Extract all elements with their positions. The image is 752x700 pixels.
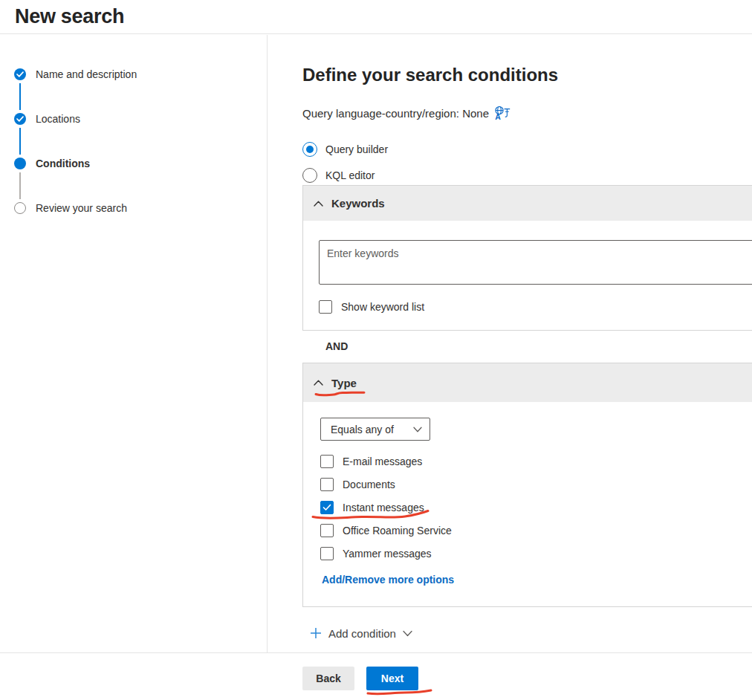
checkbox-label: Instant messages [343,502,424,513]
option-documents[interactable]: Documents [320,478,452,491]
add-condition-button[interactable]: Add condition [310,626,412,641]
query-language-text: Query language-country/region: None [302,107,489,120]
option-office-roaming-service[interactable]: Office Roaming Service [320,524,452,537]
translate-globe-icon[interactable]: A [494,106,510,120]
type-section-title: Type [331,377,357,389]
condition-operator: AND [325,340,348,352]
radio-query-builder[interactable]: Query builder [302,141,388,158]
type-section: Type Equals any of E-mail messages Docum… [302,363,752,607]
step-connector [19,172,21,199]
type-operator-dropdown[interactable]: Equals any of [320,418,430,441]
checkbox-label: Show keyword list [341,301,424,313]
type-section-header[interactable]: Type [303,363,752,402]
chevron-down-icon [413,427,422,432]
checkbox-label: E-mail messages [343,456,422,467]
keywords-section: Keywords Show keyword list [302,185,752,331]
page-header: New search [0,0,752,34]
step-upcoming-circle-icon [14,202,26,214]
radio-unselected-icon [302,168,317,183]
step-review-your-search[interactable]: Review your search [14,201,127,215]
svg-text:A: A [495,112,501,120]
content-area: Name and description Locations Condition… [0,35,752,652]
option-email-messages[interactable]: E-mail messages [320,455,452,468]
keywords-section-header[interactable]: Keywords [303,186,752,221]
step-name-and-description[interactable]: Name and description [14,67,137,82]
step-locations[interactable]: Locations [14,111,80,126]
checkbox-checked-icon [320,501,334,514]
checkbox-unchecked-icon [319,300,332,314]
keywords-section-title: Keywords [331,197,385,210]
checkbox-label: Documents [343,479,395,490]
keywords-input[interactable] [319,240,752,285]
checkbox-label: Office Roaming Service [343,525,452,537]
radio-kql-editor[interactable]: KQL editor [302,167,375,184]
step-current-dot-icon [14,158,26,169]
conditions-panel: Define your search conditions Query lang… [268,35,752,652]
checkbox-unchecked-icon [320,455,334,468]
radio-selected-icon [302,142,317,157]
option-yammer-messages[interactable]: Yammer messages [320,547,452,560]
back-button[interactable]: Back [302,667,354,690]
chevron-up-icon [314,380,323,386]
panel-heading: Define your search conditions [302,65,558,85]
query-language-row: Query language-country/region: None A [302,105,510,121]
next-button[interactable]: Next [366,667,418,690]
show-keyword-list-option[interactable]: Show keyword list [319,300,424,314]
step-label: Name and description [36,68,137,80]
step-conditions[interactable]: Conditions [14,156,90,171]
type-option-list: E-mail messages Documents Instant messag… [320,455,452,560]
add-remove-options-link[interactable]: Add/Remove more options [322,574,454,586]
step-connector [19,128,21,155]
checkbox-unchecked-icon [320,547,334,560]
wizard-stepper: Name and description Locations Condition… [0,35,268,652]
step-label: Conditions [36,158,90,169]
add-condition-label: Add condition [328,627,396,640]
checkbox-unchecked-icon [320,478,334,491]
checkbox-unchecked-icon [320,524,334,537]
checkbox-label: Yammer messages [343,548,432,560]
chevron-down-icon [403,630,412,637]
plus-icon [310,627,322,639]
dropdown-value: Equals any of [331,424,394,435]
step-label: Review your search [36,202,127,214]
step-completed-check-icon [14,113,26,125]
wizard-footer: Back Next [0,652,752,700]
radio-label: KQL editor [325,169,375,181]
step-connector [19,83,21,110]
radio-label: Query builder [325,143,388,155]
step-label: Locations [36,113,80,125]
step-completed-check-icon [14,68,26,80]
page-title: New search [15,5,124,27]
option-instant-messages[interactable]: Instant messages [320,501,452,514]
chevron-up-icon [314,201,323,207]
